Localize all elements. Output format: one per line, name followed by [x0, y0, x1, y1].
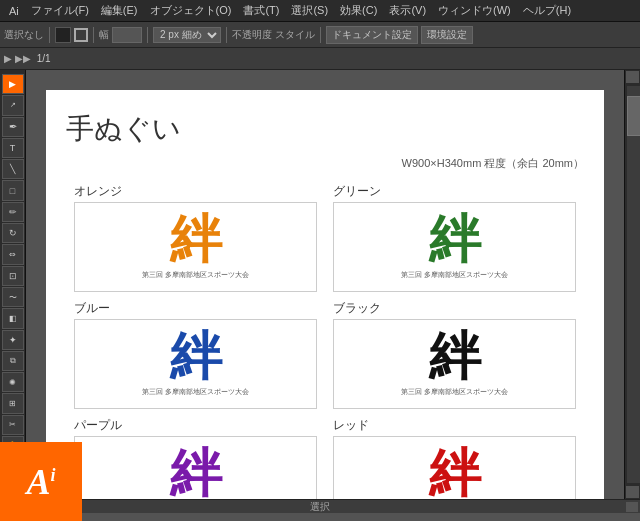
menu-view[interactable]: 表示(V) [384, 1, 431, 20]
color-label-1: グリーン [333, 183, 576, 200]
line-tool[interactable]: ╲ [2, 159, 24, 179]
direct-select-tool[interactable]: ↗ [2, 95, 24, 115]
status-center: 選択 [310, 499, 330, 514]
color-label-2: ブルー [74, 300, 317, 317]
rotate-tool[interactable]: ↻ [2, 223, 24, 243]
color-item-1: グリーン 絆 第三回 多摩南部地区スポーツ大会 [325, 179, 584, 296]
width-label: 幅 [99, 28, 109, 42]
selection-label: 選択なし [4, 28, 44, 42]
color-item-3: ブラック 絆 第三回 多摩南部地区スポーツ大会 [325, 296, 584, 413]
doc-page: 手ぬぐい W900×H340mm 程度（余白 20mm） オレンジ 絆 第三回 … [46, 90, 604, 499]
sub-text-1: 第三回 多摩南部地区スポーツ大会 [401, 270, 508, 280]
toolbar-sep-1 [49, 27, 50, 43]
slice-tool[interactable]: ✂ [2, 415, 24, 435]
right-scroll-panel [624, 70, 640, 499]
kizuna-char-5: 絆 [429, 448, 481, 499]
main-layout: ▶ ↗ ✒ T ╲ □ ✏ ↻ ⇔ ⊡ 〜 ◧ ✦ ⧉ ✺ ⊞ ✂ ✋ 🔍 手ぬ… [0, 70, 640, 499]
scrollbar-vertical[interactable] [627, 86, 640, 483]
toolbar-sep-2 [93, 27, 94, 43]
menu-help[interactable]: ヘルプ(H) [518, 1, 576, 20]
scroll-right-btn[interactable] [626, 502, 638, 512]
kizuna-char-2: 絆 [170, 331, 222, 383]
color-label-3: ブラック [333, 300, 576, 317]
toolbar-sep-5 [320, 27, 321, 43]
style-label: スタイル [275, 28, 315, 42]
horizontal-scrollbar[interactable]: 選択 [0, 499, 640, 513]
toolbar-sep-4 [226, 27, 227, 43]
color-label-0: オレンジ [74, 183, 317, 200]
color-label-5: レッド [333, 417, 576, 434]
color-box-1: 絆 第三回 多摩南部地区スポーツ大会 [333, 202, 576, 292]
color-item-0: オレンジ 絆 第三回 多摩南部地区スポーツ大会 [66, 179, 325, 296]
main-toolbar: 選択なし 幅 2 px 細め 不透明度 スタイル ドキュメント設定 環境設定 [0, 22, 640, 48]
kizuna-char-4: 絆 [170, 448, 222, 499]
doc-settings-btn[interactable]: ドキュメント設定 [326, 26, 418, 44]
warp-tool[interactable]: 〜 [2, 287, 24, 307]
sub-text-2: 第三回 多摩南部地区スポーツ大会 [142, 387, 249, 397]
size-note: W900×H340mm 程度（余白 20mm） [66, 156, 584, 171]
sub-text-0: 第三回 多摩南部地区スポーツ大会 [142, 270, 249, 280]
rect-tool[interactable]: □ [2, 180, 24, 200]
menu-window[interactable]: ウィンドウ(W) [433, 1, 516, 20]
points-select[interactable]: 2 px 細め [153, 27, 221, 43]
menu-effect[interactable]: 効果(C) [335, 1, 382, 20]
select-tool[interactable]: ▶ [2, 74, 24, 94]
width-input[interactable] [112, 27, 142, 43]
gradient-tool[interactable]: ◧ [2, 308, 24, 328]
color-grid: オレンジ 絆 第三回 多摩南部地区スポーツ大会 グリーン 絆 第三回 多摩南部地… [66, 179, 584, 499]
blend-tool[interactable]: ⧉ [2, 351, 24, 371]
secondary-toolbar: ▶ ▶▶ 1/1 [0, 48, 640, 70]
kizuna-char-1: 絆 [429, 214, 481, 266]
menu-bar: Ai ファイル(F) 編集(E) オブジェクト(O) 書式(T) 選択(S) 効… [0, 0, 640, 22]
toolbar-sep-3 [147, 27, 148, 43]
eyedrop-tool[interactable]: ✦ [2, 330, 24, 350]
env-settings-btn[interactable]: 環境設定 [421, 26, 473, 44]
type-tool[interactable]: T [2, 138, 24, 158]
opacity-label: 不透明度 [232, 28, 272, 42]
ai-logo: Ai [0, 442, 82, 521]
brush-tool[interactable]: ✏ [2, 202, 24, 222]
scrollbar-thumb [627, 96, 640, 136]
left-tool-panel: ▶ ↗ ✒ T ╲ □ ✏ ↻ ⇔ ⊡ 〜 ◧ ✦ ⧉ ✺ ⊞ ✂ ✋ 🔍 [0, 70, 26, 499]
artboard-nav: 1/1 [37, 53, 51, 64]
color-item-5: レッド 絆 第三回 多摩南部地区スポーツ大会 [325, 413, 584, 499]
artboard-label: ▶ ▶▶ [4, 53, 31, 64]
color-box-5: 絆 第三回 多摩南部地区スポーツ大会 [333, 436, 576, 499]
color-item-2: ブルー 絆 第三回 多摩南部地区スポーツ大会 [66, 296, 325, 413]
status-selection: 選択 [310, 501, 330, 512]
stroke-color[interactable] [74, 28, 88, 42]
ai-logo-text: Ai [26, 461, 55, 503]
scale-tool[interactable]: ⊡ [2, 266, 24, 286]
menu-format[interactable]: 書式(T) [238, 1, 284, 20]
doc-title: 手ぬぐい [66, 110, 584, 148]
kizuna-char-3: 絆 [429, 331, 481, 383]
kizuna-char-0: 絆 [170, 214, 222, 266]
color-box-3: 絆 第三回 多摩南部地区スポーツ大会 [333, 319, 576, 409]
menu-edit[interactable]: 編集(E) [96, 1, 143, 20]
color-box-4: 絆 第三回 多摩南部地区スポーツ大会 [74, 436, 317, 499]
scroll-up-btn[interactable] [626, 71, 639, 83]
menu-object[interactable]: オブジェクト(O) [145, 1, 237, 20]
color-label-4: パープル [74, 417, 317, 434]
col-guide-tool[interactable]: ⊞ [2, 393, 24, 413]
canvas-content: 手ぬぐい W900×H340mm 程度（余白 20mm） オレンジ 絆 第三回 … [26, 70, 624, 499]
color-box-2: 絆 第三回 多摩南部地区スポーツ大会 [74, 319, 317, 409]
fill-color[interactable] [55, 27, 71, 43]
color-item-4: パープル 絆 第三回 多摩南部地区スポーツ大会 [66, 413, 325, 499]
menu-ai[interactable]: Ai [4, 3, 24, 19]
mirror-tool[interactable]: ⇔ [2, 244, 24, 264]
pen-tool[interactable]: ✒ [2, 117, 24, 137]
canvas-area[interactable]: 手ぬぐい W900×H340mm 程度（余白 20mm） オレンジ 絆 第三回 … [26, 70, 624, 499]
menu-file[interactable]: ファイル(F) [26, 1, 94, 20]
color-box-0: 絆 第三回 多摩南部地区スポーツ大会 [74, 202, 317, 292]
menu-select[interactable]: 選択(S) [286, 1, 333, 20]
scroll-down-btn[interactable] [626, 486, 639, 498]
sub-text-3: 第三回 多摩南部地区スポーツ大会 [401, 387, 508, 397]
symbol-tool[interactable]: ✺ [2, 372, 24, 392]
